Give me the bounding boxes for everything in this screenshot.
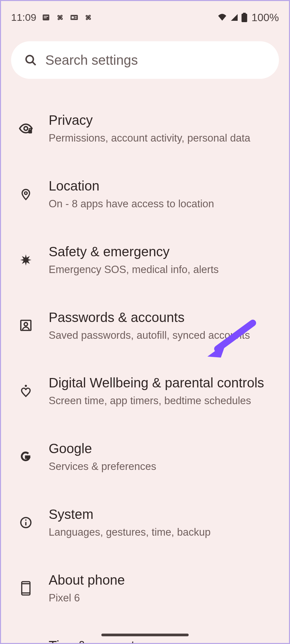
account-icon	[19, 319, 33, 332]
status-right: 100%	[217, 11, 279, 24]
fan-icon	[56, 13, 64, 22]
fan-icon-2	[84, 13, 93, 22]
location-icon	[19, 187, 32, 202]
info-icon	[19, 516, 33, 529]
svg-rect-2	[44, 17, 47, 18]
phone-icon	[20, 581, 32, 596]
item-subtitle: Pixel 6	[49, 591, 279, 605]
search-settings-bar[interactable]: Search settings	[11, 41, 279, 79]
settings-item-tips[interactable]: Tips & support Help articles, phone & ch…	[1, 621, 289, 644]
svg-point-16	[24, 323, 28, 326]
settings-item-digital-wellbeing[interactable]: Digital Wellbeing & parental controls Sc…	[1, 358, 289, 424]
search-placeholder: Search settings	[45, 53, 138, 68]
item-title: Safety & emergency	[49, 243, 279, 260]
emergency-icon	[19, 253, 33, 267]
settings-item-google[interactable]: Google Services & preferences	[1, 424, 289, 490]
svg-rect-1	[44, 16, 48, 17]
item-title: Digital Wellbeing & parental controls	[49, 374, 279, 391]
item-subtitle: Languages, gestures, time, backup	[49, 525, 279, 539]
wifi-icon	[217, 13, 227, 21]
svg-rect-7	[242, 14, 247, 22]
settings-item-privacy[interactable]: Privacy Permissions, account activity, p…	[1, 96, 289, 161]
item-subtitle: Services & preferences	[49, 460, 279, 474]
svg-point-11	[24, 126, 28, 130]
item-title: About phone	[49, 572, 279, 588]
google-icon	[19, 450, 33, 464]
settings-item-location[interactable]: Location On - 8 apps have access to loca…	[1, 161, 289, 227]
status-bar: 11:09 100%	[1, 1, 289, 28]
item-title: Tips & support	[49, 637, 279, 644]
settings-list: Privacy Permissions, account activity, p…	[1, 86, 289, 644]
svg-point-20	[25, 519, 27, 521]
svg-point-14	[25, 192, 27, 195]
item-subtitle: Emergency SOS, medical info, alerts	[49, 263, 279, 277]
svg-rect-6	[75, 18, 77, 18]
item-title: Passwords & accounts	[49, 309, 279, 326]
svg-rect-5	[75, 16, 77, 17]
wellbeing-icon	[19, 384, 32, 398]
svg-point-9	[26, 56, 34, 63]
nav-handle[interactable]	[101, 634, 189, 636]
item-title: Location	[49, 177, 279, 194]
item-title: System	[49, 506, 279, 523]
search-icon	[24, 53, 37, 67]
privacy-icon	[18, 121, 33, 136]
battery-icon	[241, 13, 247, 22]
svg-rect-4	[71, 16, 74, 19]
signal-icon	[230, 13, 239, 21]
item-subtitle: Screen time, app timers, bedtime schedul…	[49, 394, 279, 408]
settings-item-about-phone[interactable]: About phone Pixel 6	[1, 555, 289, 621]
settings-item-system[interactable]: System Languages, gestures, time, backup	[1, 490, 289, 555]
status-time: 11:09	[11, 12, 36, 23]
svg-rect-8	[243, 13, 246, 14]
svg-point-17	[25, 385, 27, 387]
svg-rect-13	[29, 128, 31, 130]
item-subtitle: Saved passwords, autofill, synced accoun…	[49, 328, 279, 342]
settings-item-passwords[interactable]: Passwords & accounts Saved passwords, au…	[1, 293, 289, 359]
item-subtitle: On - 8 apps have access to location	[49, 197, 279, 211]
item-subtitle: Permissions, account activity, personal …	[49, 131, 279, 145]
settings-item-safety[interactable]: Safety & emergency Emergency SOS, medica…	[1, 227, 289, 293]
item-title: Google	[49, 440, 279, 457]
item-title: Privacy	[49, 112, 279, 128]
svg-line-10	[33, 62, 36, 65]
battery-percent: 100%	[251, 11, 279, 24]
news-icon	[70, 13, 79, 22]
messages-icon	[42, 13, 50, 22]
status-left: 11:09	[11, 12, 93, 23]
